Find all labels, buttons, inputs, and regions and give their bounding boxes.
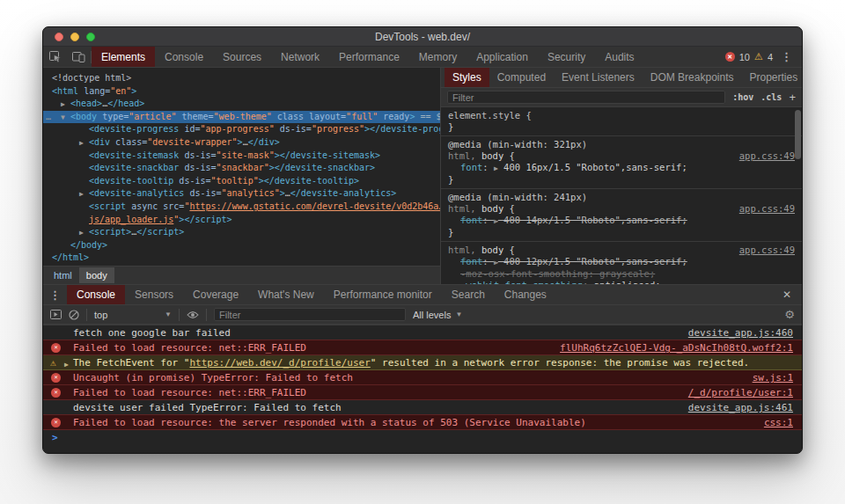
css-line[interactable]: font: ▶ 400 16px/1.5 "Roboto",sans-serif… xyxy=(441,162,802,174)
styles-tab-event-listeners[interactable]: Event Listeners xyxy=(554,68,643,87)
css-line[interactable]: font: ▶ 400 14px/1.5 "Roboto",sans-serif… xyxy=(441,215,802,227)
console-sidebar-toggle-icon[interactable] xyxy=(50,310,62,319)
console-settings-gear-icon[interactable]: ⚙ xyxy=(784,308,795,321)
code-token: ds-is= xyxy=(189,188,221,198)
css-token: } xyxy=(448,121,453,132)
styles-scrollbar[interactable] xyxy=(795,110,801,159)
drawer-tab-sensors[interactable]: Sensors xyxy=(125,285,183,304)
console-source-link[interactable]: flUhRq6tzZclQEJ-Vdg-_aDsNcIh08tQ.woff2:1 xyxy=(547,342,793,354)
tab-performance[interactable]: Performance xyxy=(329,47,409,67)
console-filter-input[interactable] xyxy=(214,308,406,321)
tab-memory[interactable]: Memory xyxy=(409,47,467,67)
css-source-link[interactable]: app.css:49 xyxy=(739,203,795,215)
dom-tree-node[interactable]: </body> xyxy=(43,239,440,252)
dom-tree-node[interactable]: </html> xyxy=(43,252,440,265)
console-message-log: devsite user failed TypeError: Failed to… xyxy=(43,399,802,414)
css-rule-section: element.style {} xyxy=(441,107,802,136)
code-token: <script> xyxy=(89,227,131,237)
dom-tree-node[interactable]: ▶<head>…</head> xyxy=(43,98,440,111)
dom-tree-node[interactable]: ▶<script>…</script> xyxy=(43,226,440,239)
code-token: lang= xyxy=(84,86,110,96)
css-line[interactable]: element.style { xyxy=(441,110,802,121)
styles-filter-input[interactable] xyxy=(447,91,725,104)
expand-arrow-icon[interactable]: ▶ xyxy=(79,227,89,240)
clear-console-icon[interactable] xyxy=(69,310,79,320)
drawer-tab-what-s-new[interactable]: What's New xyxy=(248,285,324,304)
collapse-arrow-icon[interactable]: ▼ xyxy=(61,112,70,125)
dom-tree-node[interactable]: <devsite-sitemask ds-is="site-mask"></de… xyxy=(43,150,440,163)
warning-count-icon[interactable]: ⚠ xyxy=(754,52,763,62)
expand-arrow-icon[interactable]: ▶ xyxy=(79,188,89,201)
css-source-link[interactable]: app.css:49 xyxy=(739,150,795,162)
css-line[interactable]: @media (min-width: 321px) xyxy=(441,139,802,150)
code-token: <html xyxy=(52,86,84,96)
toggle-pseudo-state-button[interactable]: :hov xyxy=(732,92,753,102)
dom-tree-node[interactable]: ▶<div class="devsite-wrapper">…</div> xyxy=(43,136,440,150)
styles-tab-dom-breakpoints[interactable]: DOM Breakpoints xyxy=(643,68,742,87)
code-token: ></script> xyxy=(179,215,231,224)
console-prompt-chevron[interactable]: > xyxy=(52,432,58,443)
css-line[interactable]: html, body {app.css:49 xyxy=(441,203,802,215)
title-bar[interactable]: DevTools - web.dev/ xyxy=(43,27,802,47)
css-line[interactable]: } xyxy=(441,227,802,238)
css-line[interactable]: html, body {app.css:49 xyxy=(441,245,802,256)
devtools-menu-icon[interactable]: ⋮ xyxy=(777,50,796,63)
device-toolbar-button[interactable] xyxy=(67,47,91,67)
dom-tree-node[interactable]: js/app_loader.js"></script> xyxy=(43,214,440,227)
css-line[interactable]: @media (min-width: 241px) xyxy=(441,192,802,203)
dom-tree-node[interactable]: …▼<body type="article" theme="web-theme"… xyxy=(43,111,440,124)
close-drawer-icon[interactable]: ✕ xyxy=(783,289,802,301)
tab-security[interactable]: Security xyxy=(538,47,595,67)
dom-tree-node[interactable]: <devsite-tooltip ds-is="tooltip"></devsi… xyxy=(43,175,440,188)
console-source-link[interactable]: css:1 xyxy=(752,417,793,428)
expand-arrow-icon[interactable]: ▶ xyxy=(61,99,70,112)
console-source-link[interactable]: devsite_app.js:461 xyxy=(676,402,793,413)
drawer-menu-icon[interactable]: ⋮ xyxy=(43,289,67,302)
javascript-context-select[interactable]: top▼ xyxy=(94,310,172,320)
dom-tree-node[interactable]: <!doctype html> xyxy=(43,72,440,85)
css-source-link[interactable]: app.css:49 xyxy=(739,245,795,256)
tab-application[interactable]: Application xyxy=(467,47,538,67)
css-line[interactable]: } xyxy=(441,174,802,186)
drawer-tab-changes[interactable]: Changes xyxy=(495,285,556,304)
tab-network[interactable]: Network xyxy=(271,47,329,67)
drawer-tab-console[interactable]: Console xyxy=(67,285,125,304)
error-count[interactable]: 10 xyxy=(739,52,750,62)
tab-audits[interactable]: Audits xyxy=(595,47,643,67)
styles-tab-computed[interactable]: Computed xyxy=(489,68,554,87)
new-style-rule-button[interactable]: + xyxy=(789,91,796,104)
css-line[interactable]: font: ▶ 400 12px/1.5 "Roboto",sans-serif… xyxy=(441,256,802,268)
dom-tree-node[interactable]: <script async src="https://www.gstatic.c… xyxy=(43,201,440,214)
styles-tab-properties[interactable]: Properties xyxy=(741,68,803,87)
warning-count[interactable]: 4 xyxy=(768,52,773,62)
dom-tree-node[interactable]: <devsite-snackbar ds-is="snackbar"></dev… xyxy=(43,162,440,175)
drawer-tab-search[interactable]: Search xyxy=(442,285,495,304)
css-line[interactable]: html, body {app.css:49 xyxy=(441,150,802,162)
drawer-tab-performance-monitor[interactable]: Performance monitor xyxy=(324,285,442,304)
dom-tree-node[interactable]: ▶<devsite-analytics ds-is="analytics">…<… xyxy=(43,187,440,201)
css-line[interactable]: -webkit-font-smoothing: antialiased; xyxy=(441,280,802,284)
error-count-icon[interactable]: ✕ xyxy=(725,52,735,62)
console-url-link[interactable]: https://web.dev/_d/profile/user xyxy=(189,357,370,369)
tab-console[interactable]: Console xyxy=(155,47,213,67)
expand-arrow-icon[interactable]: ▶ xyxy=(79,137,89,150)
css-token: : xyxy=(482,162,494,172)
css-line[interactable]: } xyxy=(441,121,802,133)
css-token: 400 14px/1.5 "Roboto",sans-serif; xyxy=(498,215,687,225)
breadcrumb-body[interactable]: body xyxy=(79,267,114,283)
css-line[interactable]: -moz-osx-font-smoothing: grayscale; xyxy=(441,268,802,280)
inspect-element-button[interactable] xyxy=(43,47,67,67)
console-source-link[interactable]: /_d/profile/user:1 xyxy=(676,387,793,398)
live-expression-eye-icon[interactable] xyxy=(187,310,199,319)
drawer-tab-coverage[interactable]: Coverage xyxy=(183,285,248,304)
dom-tree-node[interactable]: <devsite-progress id="app-progress" ds-i… xyxy=(43,123,440,136)
element-classes-button[interactable]: .cls xyxy=(760,92,782,102)
log-levels-select[interactable]: All levels▼ xyxy=(413,310,462,320)
tab-sources[interactable]: Sources xyxy=(213,47,271,67)
breadcrumb-html[interactable]: html xyxy=(47,267,79,283)
dom-tree-node[interactable]: <html lang="en"> xyxy=(43,85,440,99)
console-source-link[interactable]: sw.js:1 xyxy=(740,372,793,383)
console-source-link[interactable]: devsite_app.js:460 xyxy=(676,327,793,339)
styles-tab-styles[interactable]: Styles xyxy=(445,68,489,87)
tab-elements[interactable]: Elements xyxy=(92,47,155,67)
